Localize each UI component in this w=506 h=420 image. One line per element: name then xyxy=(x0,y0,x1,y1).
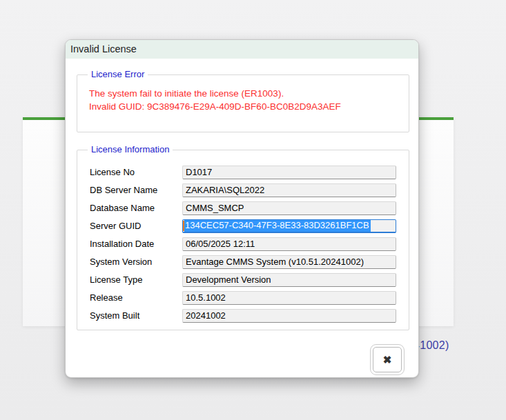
form-row: DB Server NameZAKARIA\SQL2022 xyxy=(90,183,409,197)
form-row: License NoD1017 xyxy=(90,165,409,179)
form-row: Server GUID134CEC57-C340-47F3-8E33-83D32… xyxy=(90,219,409,233)
field-server-guid[interactable]: 134CEC57-C340-47F3-8E33-83D3261BF1CB xyxy=(182,219,396,233)
form-row: System Built20241002 xyxy=(90,308,409,323)
field-db-server-name[interactable]: ZAKARIA\SQL2022 xyxy=(182,183,396,197)
form-row: License TypeDevelopment Version xyxy=(90,272,409,287)
field-system-built[interactable]: 20241002 xyxy=(182,309,396,323)
field-label: Server GUID xyxy=(90,221,182,231)
field-label: System Built xyxy=(90,310,182,321)
error-line-1: The system fail to initiate the license … xyxy=(89,87,409,100)
field-database-name[interactable]: CMMS_SMCP xyxy=(182,201,396,215)
field-license-no[interactable]: D1017 xyxy=(182,166,396,179)
invalid-license-dialog: Invalid License License Error The system… xyxy=(65,39,419,378)
selected-text: 134CEC57-C340-47F3-8E33-83D3261BF1CB xyxy=(184,219,371,233)
license-error-message: The system fail to initiate the license … xyxy=(77,75,409,113)
field-license-type[interactable]: Development Version xyxy=(182,273,396,287)
license-information-legend: License Information xyxy=(88,144,173,154)
field-system-version[interactable]: Evantage CMMS System (v10.51.20241002) xyxy=(182,255,396,269)
field-release[interactable]: 10.5.1002 xyxy=(182,291,396,305)
form-row: System VersionEvantage CMMS System (v10.… xyxy=(90,254,409,269)
license-information-groupbox: License Information License NoD1017DB Se… xyxy=(77,150,409,330)
license-fields: License NoD1017DB Server NameZAKARIA\SQL… xyxy=(77,150,409,323)
error-line-2: Invalid GUID: 9C389476-E29A-409D-BF60-BC… xyxy=(89,100,409,113)
form-row: Release10.5.1002 xyxy=(90,290,409,305)
close-button-focus-ring: ✖ xyxy=(370,344,405,375)
field-label: License Type xyxy=(90,274,182,285)
field-label: Installation Date xyxy=(90,239,182,249)
field-label: License No xyxy=(90,167,182,177)
close-icon: ✖ xyxy=(383,354,392,366)
field-label: Release xyxy=(90,292,182,303)
license-error-groupbox: License Error The system fail to initiat… xyxy=(77,74,409,132)
field-label: DB Server Name xyxy=(90,185,182,195)
form-row: Database NameCMMS_SMCP xyxy=(90,201,409,215)
field-label: Database Name xyxy=(90,203,182,213)
form-row: Installation Date06/05/2025 12:11 xyxy=(90,237,409,251)
license-error-legend: License Error xyxy=(88,69,148,79)
field-label: System Version xyxy=(90,257,182,267)
field-installation-date[interactable]: 06/05/2025 12:11 xyxy=(182,237,396,251)
dialog-title: Invalid License xyxy=(70,43,137,54)
dialog-titlebar[interactable]: Invalid License xyxy=(66,40,418,59)
close-button[interactable]: ✖ xyxy=(373,347,402,372)
